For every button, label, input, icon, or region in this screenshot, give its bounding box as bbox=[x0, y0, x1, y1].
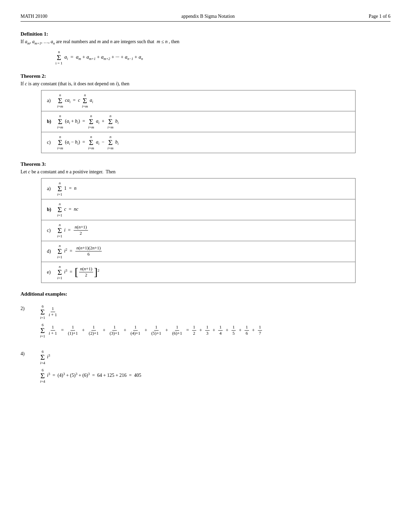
theorem2-label-c: c) bbox=[47, 140, 57, 145]
theorem2-row-b: b) n Σ i=m (ai + bi) = n Σ i=m ai + n bbox=[41, 111, 355, 132]
theorem3-content-a: n Σ i=1 1 = n bbox=[57, 181, 350, 196]
example-4-block: 4) 6 Σ i=4 i3 6 Σ i=4 i3 = (4)3 + (5)3 +… bbox=[21, 350, 390, 387]
additional-examples-title: Additional examples: bbox=[21, 291, 390, 297]
definition1-formula: n Σ i = 1 ai = am + am+1 + am+2 + ··· + … bbox=[55, 50, 390, 65]
theorem3-content-c: n Σ i=1 i = n(n+1) 2 bbox=[57, 223, 350, 238]
definition1-title: Definition 1: bbox=[21, 31, 390, 37]
example-2-block: 2) 6 Σ i=1 1 i + 1 6 Σ i=1 bbox=[21, 305, 390, 342]
example-2-expansion: 6 Σ i=1 1 i + 1 = 1 (1)+1 + 1 (2)+1 bbox=[39, 323, 390, 338]
theorem3-row-b: b) n Σ i=1 c = nc bbox=[41, 199, 355, 220]
theorem2-section: Theorem 2: If c is any constant (that is… bbox=[21, 73, 390, 153]
example-2-number: 2) bbox=[21, 305, 39, 342]
theorem3-title: Theorem 3: bbox=[21, 161, 390, 167]
page-number: Page 1 of 6 bbox=[369, 14, 390, 19]
theorem3-label-d: d) bbox=[47, 249, 57, 254]
theorem3-content-d: n Σ i=1 i2 = n(n+1)(2n+1) 6 bbox=[57, 244, 350, 259]
page-header: MATH 20100 appendix B Sigma Notation Pag… bbox=[21, 14, 390, 22]
theorem2-content-a: n Σ i=m cai = c n Σ i=m ai bbox=[57, 93, 350, 108]
example-2-content: 6 Σ i=1 1 i + 1 6 Σ i=1 1 i + 1 bbox=[39, 305, 390, 342]
theorem3-box: a) n Σ i=1 1 = n b) n Σ i=1 c = nc bbox=[41, 178, 356, 283]
theorem3-row-e: e) n Σ i=1 i3 = [ n(n+1) 2 ] 2 bbox=[41, 262, 355, 283]
course-label: MATH 20100 bbox=[21, 14, 47, 19]
theorem3-label-e: e) bbox=[47, 270, 57, 275]
page-title: appendix B Sigma Notation bbox=[181, 14, 235, 19]
theorem2-content-c: n Σ i=m (ai − bi) = n Σ i=m ai − n Σ i=m bbox=[57, 135, 350, 150]
definition1-intro: If am, am+1, …, an are real numbers and … bbox=[21, 39, 390, 45]
theorem3-content-b: n Σ i=1 c = nc bbox=[57, 202, 350, 217]
additional-examples-section: Additional examples: 2) 6 Σ i=1 1 i + 1 … bbox=[21, 291, 390, 387]
theorem2-label-b: b) bbox=[47, 119, 57, 124]
theorem2-label-a: a) bbox=[47, 98, 57, 103]
theorem2-box: a) n Σ i=m cai = c n Σ i=m ai b) bbox=[41, 90, 356, 153]
theorem3-row-d: d) n Σ i=1 i2 = n(n+1)(2n+1) 6 bbox=[41, 241, 355, 262]
theorem3-label-a: a) bbox=[47, 186, 57, 191]
theorem2-content-b: n Σ i=m (ai + bi) = n Σ i=m ai + n Σ i=m bbox=[57, 114, 350, 129]
theorem3-row-c: c) n Σ i=1 i = n(n+1) 2 bbox=[41, 220, 355, 241]
theorem3-content-e: n Σ i=1 i3 = [ n(n+1) 2 ] 2 bbox=[57, 265, 350, 280]
example-4-expansion: 6 Σ i=4 i3 = (4)3 + (5)3 + (6)3 = 64 + 1… bbox=[39, 368, 390, 383]
theorem3-row-a: a) n Σ i=1 1 = n bbox=[41, 178, 355, 199]
example-4-content: 6 Σ i=4 i3 6 Σ i=4 i3 = (4)3 + (5)3 + (6… bbox=[39, 350, 390, 387]
example-2-sum: 6 Σ i=1 1 i + 1 bbox=[39, 305, 390, 320]
theorem2-intro: If c is any constant (that is, it does n… bbox=[21, 81, 390, 87]
sigma-sum-def: n Σ i = 1 bbox=[55, 50, 62, 65]
theorem3-label-b: b) bbox=[47, 207, 57, 212]
theorem2-row-c: c) n Σ i=m (ai − bi) = n Σ i=m ai − n bbox=[41, 132, 355, 153]
theorem3-label-c: c) bbox=[47, 228, 57, 233]
example-4-sum: 6 Σ i=4 i3 bbox=[39, 350, 390, 365]
theorem3-section: Theorem 3: Let c be a constant and n a p… bbox=[21, 161, 390, 283]
theorem3-intro: Let c be a constant and n a positive int… bbox=[21, 169, 390, 175]
theorem2-title: Theorem 2: bbox=[21, 73, 390, 79]
example-4-number: 4) bbox=[21, 350, 39, 387]
definition1-section: Definition 1: If am, am+1, …, an are rea… bbox=[21, 31, 390, 65]
theorem2-row-a: a) n Σ i=m cai = c n Σ i=m ai bbox=[41, 90, 355, 111]
